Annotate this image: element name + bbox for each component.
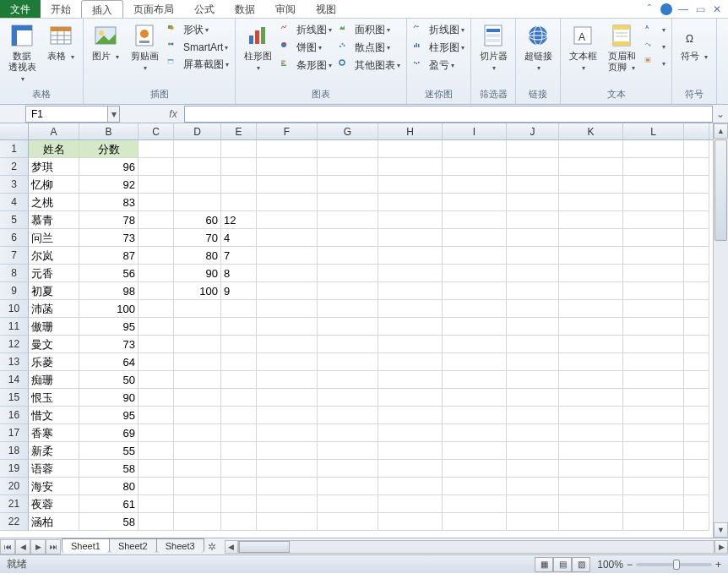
- cell-F5[interactable]: [257, 211, 318, 229]
- cell-L1[interactable]: [623, 140, 684, 158]
- cell-A1[interactable]: 姓名: [29, 140, 79, 158]
- cell-E16[interactable]: [221, 407, 257, 424]
- cell-B3[interactable]: 92: [79, 176, 139, 194]
- cell-A2[interactable]: 梦琪: [29, 158, 79, 176]
- cell-A21[interactable]: 夜蓉: [29, 495, 79, 513]
- cell-K5[interactable]: [559, 211, 623, 229]
- cell-H7[interactable]: [378, 247, 443, 265]
- cell-J22[interactable]: [507, 513, 559, 531]
- minimize-icon[interactable]: —: [677, 3, 689, 15]
- cell-J5[interactable]: [507, 211, 559, 229]
- cell-K2[interactable]: [559, 158, 623, 176]
- row-header-13[interactable]: 13: [0, 353, 29, 371]
- cell-C20[interactable]: [139, 478, 174, 495]
- cell-A4[interactable]: 之桃: [29, 194, 79, 211]
- cell-H9[interactable]: [378, 282, 443, 300]
- pie-chart-button[interactable]: 饼图▾: [278, 40, 334, 56]
- menu-tab-6[interactable]: 视图: [306, 0, 346, 18]
- cell-A9[interactable]: 初夏: [29, 282, 79, 300]
- cell-H4[interactable]: [378, 194, 443, 211]
- cell-E21[interactable]: [221, 495, 257, 513]
- cell-F13[interactable]: [257, 353, 318, 371]
- cell-L2[interactable]: [623, 158, 684, 176]
- cell-G1[interactable]: [318, 140, 378, 158]
- row-header-6[interactable]: 6: [0, 229, 29, 247]
- cell-extra[interactable]: [684, 211, 709, 229]
- cell-L6[interactable]: [623, 229, 684, 247]
- row-header-22[interactable]: 22: [0, 513, 29, 531]
- cell-G22[interactable]: [318, 513, 378, 531]
- cell-I12[interactable]: [443, 336, 507, 353]
- cell-G14[interactable]: [318, 371, 378, 389]
- cell-F9[interactable]: [257, 282, 318, 300]
- cell-D18[interactable]: [174, 442, 221, 460]
- cell-K14[interactable]: [559, 371, 623, 389]
- cell-C13[interactable]: [139, 353, 174, 371]
- cell-G7[interactable]: [318, 247, 378, 265]
- cell-J10[interactable]: [507, 300, 559, 318]
- row-header-7[interactable]: 7: [0, 247, 29, 265]
- cell-E15[interactable]: [221, 389, 257, 407]
- col-header-L[interactable]: L: [623, 123, 684, 139]
- vertical-scrollbar[interactable]: ▲ ▼: [713, 123, 728, 538]
- cell-D12[interactable]: [174, 336, 221, 353]
- row-header-5[interactable]: 5: [0, 211, 29, 229]
- cell-H15[interactable]: [378, 389, 443, 407]
- cell-C12[interactable]: [139, 336, 174, 353]
- column-chart-button[interactable]: 柱形图 ▾: [239, 20, 276, 75]
- horizontal-scrollbar[interactable]: ◀ ▶: [225, 540, 728, 554]
- view-normal-icon[interactable]: ▦: [535, 557, 553, 572]
- cell-D19[interactable]: [174, 460, 221, 478]
- cell-L7[interactable]: [623, 247, 684, 265]
- cell-J20[interactable]: [507, 478, 559, 495]
- cell-B20[interactable]: 80: [79, 478, 139, 495]
- grid[interactable]: 1姓名分数2梦琪963忆柳924之桃835慕青7860126问兰737047尔岚…: [0, 140, 713, 538]
- cell-E7[interactable]: 7: [221, 247, 257, 265]
- cell-F1[interactable]: [257, 140, 318, 158]
- cell-A20[interactable]: 海安: [29, 478, 79, 495]
- cell-F4[interactable]: [257, 194, 318, 211]
- menu-tab-2[interactable]: 页面布局: [123, 0, 184, 18]
- col-header-D[interactable]: D: [174, 123, 221, 139]
- cell-A10[interactable]: 沛菡: [29, 300, 79, 318]
- wordart-button[interactable]: A▾: [642, 22, 668, 37]
- sheet-tab-Sheet1[interactable]: Sheet1: [62, 538, 110, 553]
- sheet-nav-last-icon[interactable]: ⏭: [46, 539, 61, 554]
- cell-H22[interactable]: [378, 513, 443, 531]
- pivot-table-button[interactable]: 数据透视表 ▾: [3, 20, 41, 86]
- cell-B5[interactable]: 78: [79, 211, 139, 229]
- cell-A18[interactable]: 新柔: [29, 442, 79, 460]
- cell-extra[interactable]: [684, 194, 709, 211]
- cell-B22[interactable]: 58: [79, 513, 139, 531]
- cell-J11[interactable]: [507, 318, 559, 336]
- cell-K12[interactable]: [559, 336, 623, 353]
- cell-E14[interactable]: [221, 371, 257, 389]
- col-header-K[interactable]: K: [559, 123, 623, 139]
- row-header-20[interactable]: 20: [0, 478, 29, 495]
- row-header-8[interactable]: 8: [0, 265, 29, 282]
- formula-expand-icon[interactable]: ⌄: [713, 108, 728, 120]
- view-pagebreak-icon[interactable]: ▧: [572, 557, 590, 572]
- cell-J3[interactable]: [507, 176, 559, 194]
- cell-C18[interactable]: [139, 442, 174, 460]
- cell-G18[interactable]: [318, 442, 378, 460]
- cell-L11[interactable]: [623, 318, 684, 336]
- zoom-out-icon[interactable]: −: [627, 559, 633, 571]
- cell-G15[interactable]: [318, 389, 378, 407]
- cell-C15[interactable]: [139, 389, 174, 407]
- screenshot-button[interactable]: 屏幕截图▾: [165, 57, 231, 73]
- row-header-9[interactable]: 9: [0, 282, 29, 300]
- col-header-extra[interactable]: [684, 123, 709, 139]
- scatter-chart-button[interactable]: 散点图▾: [336, 40, 403, 56]
- cell-D5[interactable]: 60: [174, 211, 221, 229]
- cell-F12[interactable]: [257, 336, 318, 353]
- col-header-I[interactable]: I: [443, 123, 507, 139]
- row-header-3[interactable]: 3: [0, 176, 29, 194]
- cell-I20[interactable]: [443, 478, 507, 495]
- cell-L22[interactable]: [623, 513, 684, 531]
- cell-E6[interactable]: 4: [221, 229, 257, 247]
- cell-G2[interactable]: [318, 158, 378, 176]
- cell-H10[interactable]: [378, 300, 443, 318]
- cell-E18[interactable]: [221, 442, 257, 460]
- cell-E1[interactable]: [221, 140, 257, 158]
